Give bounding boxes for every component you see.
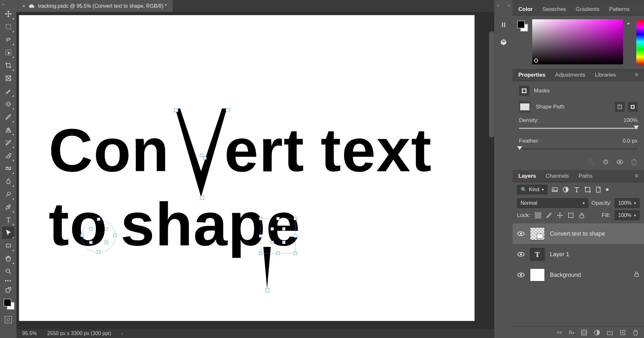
path-select-tool[interactable] <box>2 227 14 239</box>
gradient-tool[interactable] <box>2 162 14 174</box>
canvas-viewport[interactable]: Conerttext toshape <box>16 12 494 329</box>
hand-tool[interactable] <box>2 252 14 265</box>
brushes-panel-icon[interactable] <box>498 19 509 30</box>
eyedropper-tool[interactable] <box>2 85 14 97</box>
dock-expand-chevrons[interactable]: ›› <box>507 3 510 8</box>
dodge-tool[interactable] <box>2 188 14 200</box>
edit-toolbar-icon[interactable] <box>2 286 14 295</box>
more-tools-icon[interactable]: ••• <box>5 278 12 285</box>
layer-name[interactable]: Convert text to shape <box>550 230 605 237</box>
status-zoom[interactable]: 95.5% <box>22 331 37 336</box>
lock-position-icon[interactable] <box>557 212 563 219</box>
add-mask-icon[interactable] <box>581 329 587 336</box>
layer-thumbnail[interactable] <box>530 227 545 240</box>
object-select-tool[interactable] <box>2 46 14 59</box>
invert-mask-button[interactable] <box>628 102 638 112</box>
foreground-background-color[interactable] <box>2 297 14 312</box>
tab-paths[interactable]: Paths <box>579 173 592 179</box>
history-brush-tool[interactable] <box>2 136 14 149</box>
crop-tool[interactable] <box>2 59 14 71</box>
new-layer-icon[interactable] <box>620 329 626 336</box>
foreground-swatch[interactable] <box>517 21 525 28</box>
close-tab-icon[interactable]: × <box>22 3 25 9</box>
delete-layer-icon[interactable] <box>632 329 639 336</box>
color-picker-ring[interactable] <box>534 59 538 62</box>
opacity-field[interactable]: 100% ▾ <box>615 198 639 208</box>
filter-shape-icon[interactable] <box>584 186 591 193</box>
filter-pixel-icon[interactable] <box>551 186 558 193</box>
mask-edge-icon[interactable] <box>588 158 595 165</box>
tab-channels[interactable]: Channels <box>546 173 569 179</box>
new-group-icon[interactable] <box>607 329 613 336</box>
dock-collapse-chevrons[interactable]: ‹‹ <box>497 3 499 8</box>
blur-tool[interactable] <box>2 175 14 187</box>
filter-toggle-dot[interactable] <box>606 188 609 191</box>
layer-filter-kind[interactable]: 🔍 Kind ▾ <box>517 185 547 194</box>
tab-properties[interactable]: Properties <box>518 72 545 78</box>
feather-slider[interactable] <box>519 146 638 153</box>
status-chevron-icon[interactable]: › <box>121 331 123 336</box>
mask-from-path-icon[interactable] <box>602 158 609 165</box>
link-layers-icon[interactable] <box>556 329 562 336</box>
panel-menu-icon[interactable]: ≡ <box>635 71 638 78</box>
toggle-mask-icon[interactable] <box>616 158 623 165</box>
hue-strip[interactable] <box>636 19 644 64</box>
layer-item[interactable]: Convert text to shape <box>513 223 644 244</box>
color-well[interactable] <box>517 21 528 32</box>
tab-adjustments[interactable]: Adjustments <box>555 72 585 78</box>
pen-tool[interactable] <box>2 201 14 213</box>
tab-libraries[interactable]: Libraries <box>595 72 616 78</box>
filter-smart-icon[interactable] <box>595 186 602 193</box>
filter-type-icon[interactable] <box>573 186 580 193</box>
visibility-toggle[interactable] <box>517 250 525 258</box>
canvas[interactable]: Conerttext toshape <box>19 15 475 321</box>
lock-transparent-icon[interactable] <box>535 212 541 219</box>
color-slider-arrow-icon[interactable]: ▸ <box>628 21 632 26</box>
density-slider[interactable] <box>519 125 638 132</box>
select-path-button[interactable] <box>615 102 625 112</box>
tab-color[interactable]: Color <box>518 6 533 13</box>
layer-thumbnail[interactable] <box>530 268 545 281</box>
density-value[interactable]: 100% <box>624 117 638 124</box>
new-adjustment-icon[interactable] <box>594 329 600 336</box>
lock-all-icon[interactable] <box>579 212 585 219</box>
rectangle-tool[interactable] <box>2 239 14 252</box>
canvas-scrollbar[interactable] <box>489 31 494 137</box>
marquee-tool[interactable] <box>2 21 14 33</box>
layer-thumbnail[interactable]: T <box>530 248 545 261</box>
visibility-toggle[interactable] <box>517 271 525 279</box>
brush-tool[interactable] <box>2 111 14 123</box>
layer-name[interactable]: Layer 1 <box>550 251 569 258</box>
delete-mask-icon[interactable] <box>630 158 638 165</box>
edited-p-descender[interactable] <box>261 247 274 290</box>
visibility-toggle[interactable] <box>517 230 525 238</box>
feather-value[interactable]: 0.0 px <box>623 138 638 144</box>
layer-item[interactable]: Background <box>513 265 644 285</box>
filter-adjust-icon[interactable] <box>562 186 569 193</box>
frame-tool[interactable] <box>2 72 14 84</box>
clone-stamp-tool[interactable] <box>2 124 14 136</box>
layer-fx-icon[interactable]: fx▾ <box>569 330 574 335</box>
document-tab[interactable]: × tracking.psdc @ 95.5% (Convert text to… <box>16 0 173 12</box>
layer-item[interactable]: T Layer 1 <box>513 244 644 265</box>
move-tool[interactable] <box>2 8 14 20</box>
eraser-tool[interactable] <box>2 149 14 162</box>
tab-gradients[interactable]: Gradients <box>576 6 600 13</box>
layer-name[interactable]: Background <box>550 272 581 278</box>
spot-heal-tool[interactable] <box>2 98 14 110</box>
tab-swatches[interactable]: Swatches <box>542 6 566 13</box>
type-tool[interactable] <box>2 214 14 226</box>
quick-mask-toggle[interactable] <box>5 316 12 323</box>
panel-menu-icon[interactable]: ≡ <box>635 173 638 179</box>
toolbar-collapse-chevrons[interactable]: ›› <box>0 2 16 7</box>
foreground-color-swatch[interactable] <box>4 299 11 306</box>
status-doc-info[interactable]: 2550 px x 3300 px (300 ppi) <box>47 331 111 336</box>
3d-panel-icon[interactable] <box>498 37 509 48</box>
color-field[interactable] <box>532 19 623 64</box>
edited-v-shape[interactable] <box>174 107 228 200</box>
lock-artboard-icon[interactable] <box>568 212 574 219</box>
lock-pixels-icon[interactable] <box>546 212 552 219</box>
tab-patterns[interactable]: Patterns <box>609 6 630 13</box>
fill-field[interactable]: 100% ▾ <box>615 211 639 220</box>
zoom-tool[interactable] <box>2 265 14 277</box>
